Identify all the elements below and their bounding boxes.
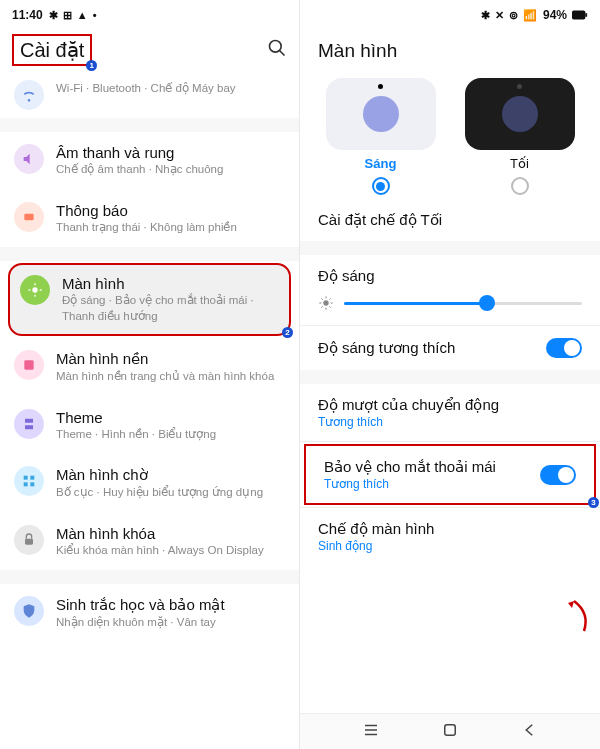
- page-title: Cài đặt: [12, 34, 92, 66]
- nav-bar: [300, 713, 600, 749]
- radio-light[interactable]: [372, 177, 390, 195]
- svg-rect-15: [585, 13, 587, 17]
- status-right-icons: ✱ ✕ ⊚ 📶: [481, 9, 538, 22]
- palette-icon: [14, 409, 44, 439]
- sound-icon: [14, 144, 44, 174]
- svg-rect-8: [24, 360, 33, 369]
- list-item-biometric[interactable]: Sinh trắc học và bảo mật Nhận diện khuôn…: [0, 584, 299, 643]
- svg-point-0: [270, 41, 282, 53]
- status-left-icons: ✱ ⊞ ▲ •: [49, 9, 98, 22]
- annotation-badge-2: 2: [282, 327, 293, 338]
- lock-icon: [14, 525, 44, 555]
- item-sub: Nhận diện khuôn mặt · Vân tay: [56, 615, 225, 631]
- right-title: Màn hình: [300, 26, 600, 72]
- item-title: Màn hình chờ: [56, 466, 263, 484]
- item-sub: Wi-Fi · Bluetooth · Chế độ Máy bay: [56, 81, 236, 97]
- sun-icon: [318, 295, 334, 311]
- svg-rect-2: [24, 213, 33, 220]
- wallpaper-icon: [14, 350, 44, 380]
- list-item-theme[interactable]: Theme Theme · Hình nền · Biểu tượng: [0, 397, 299, 455]
- brightness-icon: [20, 275, 50, 305]
- svg-rect-10: [30, 476, 34, 480]
- brightness-label: Độ sáng: [300, 255, 600, 289]
- item-sub: Màn hình nền trang chủ và màn hình khóa: [56, 369, 274, 385]
- status-bar-right: ✱ ✕ ⊚ 📶 94%: [300, 0, 600, 26]
- annotation-arrow: [554, 593, 594, 633]
- list-item-display[interactable]: Màn hình Độ sáng · Bảo vệ cho mắt thoải …: [8, 263, 291, 336]
- svg-point-16: [323, 300, 328, 305]
- eye-comfort-shield[interactable]: Bảo vệ cho mắt thoải mái Tương thích 3: [304, 444, 596, 505]
- item-sub: Độ sáng · Bảo vệ cho mắt thoải mái · Tha…: [62, 293, 279, 324]
- svg-rect-28: [445, 724, 456, 735]
- shield-icon: [14, 596, 44, 626]
- list-item-sound[interactable]: Âm thanh và rung Chế độ âm thanh · Nhạc …: [0, 132, 299, 190]
- svg-rect-13: [25, 538, 33, 544]
- svg-point-3: [32, 287, 37, 292]
- item-title: Sinh trắc học và bảo mật: [56, 596, 225, 614]
- wifi-icon: [14, 80, 44, 110]
- home-icon: [14, 466, 44, 496]
- list-item-home[interactable]: Màn hình chờ Bố cục · Huy hiệu biểu tượn…: [0, 454, 299, 513]
- item-title: Theme: [56, 409, 216, 426]
- eye-comfort-toggle[interactable]: [540, 465, 576, 485]
- svg-rect-11: [24, 482, 28, 486]
- battery-text: 94%: [543, 8, 567, 22]
- list-item-lock[interactable]: Màn hình khóa Kiểu khóa màn hình · Alway…: [0, 513, 299, 571]
- list-item-wallpaper[interactable]: Màn hình nền Màn hình nền trang chủ và m…: [0, 338, 299, 397]
- item-title: Màn hình khóa: [56, 525, 264, 542]
- item-title: Thông báo: [56, 202, 237, 219]
- annotation-badge-3: 3: [588, 497, 599, 508]
- svg-rect-14: [572, 11, 585, 20]
- annotation-badge-1: 1: [86, 60, 97, 71]
- svg-line-1: [280, 51, 285, 56]
- svg-line-24: [329, 298, 330, 299]
- svg-line-22: [329, 306, 330, 307]
- adaptive-toggle[interactable]: [546, 338, 582, 358]
- nav-recent-icon[interactable]: [362, 721, 380, 743]
- svg-line-23: [321, 306, 322, 307]
- adaptive-brightness[interactable]: Độ sáng tương thích: [300, 326, 600, 370]
- status-bar: 11:40 ✱ ⊞ ▲ •: [0, 0, 299, 26]
- nav-back-icon[interactable]: [521, 721, 539, 743]
- item-title: Âm thanh và rung: [56, 144, 223, 161]
- list-item-notify[interactable]: Thông báo Thanh trạng thái · Không làm p…: [0, 190, 299, 248]
- nav-home-icon[interactable]: [441, 721, 459, 743]
- dark-mode-settings[interactable]: Cài đặt chế độ Tối: [300, 199, 600, 241]
- brightness-slider[interactable]: [318, 295, 582, 311]
- status-time: 11:40: [12, 8, 43, 22]
- item-sub: Chế độ âm thanh · Nhạc chuông: [56, 162, 223, 178]
- motion-smoothness[interactable]: Độ mượt của chuyển động Tương thích: [300, 384, 600, 441]
- screen-mode[interactable]: Chế độ màn hình Sinh động: [300, 508, 600, 565]
- theme-light[interactable]: Sáng: [318, 78, 443, 195]
- theme-dark[interactable]: Tối: [457, 78, 582, 195]
- theme-dark-label: Tối: [510, 156, 529, 171]
- list-item-connections[interactable]: Wi-Fi · Bluetooth · Chế độ Máy bay: [0, 72, 299, 118]
- bell-icon: [14, 202, 44, 232]
- theme-light-label: Sáng: [365, 156, 397, 171]
- item-title: Màn hình: [62, 275, 279, 292]
- svg-rect-12: [30, 482, 34, 486]
- svg-line-21: [321, 298, 322, 299]
- item-sub: Theme · Hình nền · Biểu tượng: [56, 427, 216, 443]
- item-sub: Thanh trạng thái · Không làm phiền: [56, 220, 237, 236]
- radio-dark[interactable]: [511, 177, 529, 195]
- item-sub: Bố cục · Huy hiệu biểu tượng ứng dụng: [56, 485, 263, 501]
- item-title: Màn hình nền: [56, 350, 274, 368]
- item-sub: Kiểu khóa màn hình · Always On Display: [56, 543, 264, 559]
- svg-rect-9: [24, 476, 28, 480]
- search-icon[interactable]: [267, 38, 287, 62]
